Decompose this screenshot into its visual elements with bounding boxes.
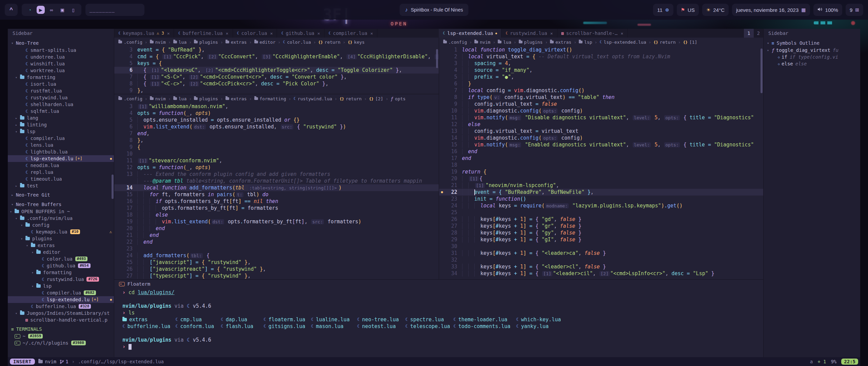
code-buffer-color-lua[interactable]: 3event = { "BufRead" },4cmd = { [1]"CccP… xyxy=(114,46,439,94)
tree-item[interactable]: ▾extras xyxy=(8,242,114,249)
weather-widget[interactable]: ☀ 24°C xyxy=(702,4,729,16)
code-line[interactable]: ---@param tbl table<string, conform.Form… xyxy=(114,178,439,184)
tree-item[interactable]: >_~#2859 xyxy=(8,333,114,340)
tabpage-1[interactable]: 1 xyxy=(744,29,753,38)
tree-item[interactable]: ☾repl.lua xyxy=(8,169,114,176)
scrollbar[interactable] xyxy=(436,49,438,68)
tab-lsp-extended.lua[interactable]: ☾lsp-extended.lua● xyxy=(439,29,501,38)
symbol-item[interactable]: ◇ifif type(config.vi xyxy=(764,54,860,60)
tree-item[interactable]: ☾github.lua#654 xyxy=(8,262,114,269)
breadcrumb-segment[interactable]: lsp xyxy=(579,40,592,45)
code-line[interactable]: 7 { [1]"<S-C>", [2]"<cmd>CccConvert<cr>"… xyxy=(114,74,439,80)
code-line[interactable]: 2 local virtual_text = { -- Default virt… xyxy=(439,53,764,60)
code-line[interactable]: 17end xyxy=(439,155,764,162)
code-line[interactable]: 14 local function add_formatters(tbl :ta… xyxy=(114,184,439,191)
breadcrumb-segment[interactable]: plugins xyxy=(194,96,218,101)
workspace-icon-1[interactable]: ◔ xyxy=(26,6,34,14)
code-line[interactable]: 1local function toggle_diag_virtext() xyxy=(439,46,764,53)
code-line[interactable]: 20 end xyxy=(114,225,439,232)
code-line[interactable]: 8}, xyxy=(114,137,439,144)
close-icon[interactable]: × xyxy=(226,31,229,36)
tab-scrollbar-handle-[interactable]: ▨scrollbar-handle-…× xyxy=(557,29,628,38)
tree-item[interactable]: ☾lsp-extended.lu[+]● xyxy=(8,296,114,303)
workspace-icon-4[interactable]: ▣ xyxy=(58,6,66,14)
tab-color.lua[interactable]: ☾color.lua× xyxy=(233,29,277,38)
code-line[interactable]: 9}, xyxy=(114,87,439,94)
code-line[interactable]: 16 end xyxy=(439,148,764,155)
code-line[interactable]: 28 keys[#keys + 1] = { "gy", false } xyxy=(439,229,764,236)
launcher-button[interactable]: ^ xyxy=(5,4,18,16)
breadcrumb-segment[interactable]: extras xyxy=(225,96,247,101)
code-line[interactable]: 24 local keys = require(modname: "lazyvi… xyxy=(439,202,764,209)
code-line[interactable]: 7 local config = vim.diagnostic.config() xyxy=(439,87,764,94)
workspace-switcher[interactable]: ◔▶∞▣▯ xyxy=(22,4,81,16)
tree-item[interactable]: ☾rustfmt.lua xyxy=(8,87,114,94)
breadcrumb-segment[interactable]: {}[2] xyxy=(369,96,383,101)
code-line[interactable]: 29 keys[#keys + 1] = { "gI", false } xyxy=(439,236,764,243)
code-line[interactable]: 19return { xyxy=(439,168,764,175)
code-line[interactable]: 11[1]"stevearc/conform.nvim", xyxy=(114,157,439,164)
workspace-icon-5[interactable]: ▯ xyxy=(69,6,77,14)
tab-keymaps.lua[interactable]: ☾keymaps.lua⚠ 3× xyxy=(114,29,174,38)
terminals-header[interactable]: ≡ TERMINALS xyxy=(8,325,114,333)
neotree-git-header[interactable]: ▸ Neo-Tree Git xyxy=(8,191,114,199)
symbol-item[interactable]: ◇elseelse xyxy=(764,60,860,67)
floaterm-panel[interactable]: >_ Floaterm › cd lua/plugins/nvim/lua/pl… xyxy=(114,279,763,357)
breadcrumb-segment[interactable]: nvim xyxy=(474,40,490,45)
tree-item[interactable]: ☾rustywind.lua xyxy=(8,94,114,101)
tree-item[interactable]: ☾sqlfmt.lua xyxy=(8,108,114,115)
code-line[interactable]: 18 xyxy=(439,162,764,168)
code-line[interactable]: 30 xyxy=(439,243,764,250)
symbol-item[interactable]: ▾ƒtoggle_diag_virtextfu xyxy=(764,47,860,54)
code-line[interactable]: 16 if opts.formatters_by_ft[ft] == nil t… xyxy=(114,198,439,205)
tree-item[interactable]: ☾worktree.lua xyxy=(8,67,114,74)
tree-item[interactable]: ☾timeout.lua xyxy=(8,176,114,182)
tree-item[interactable]: ☾lens.lua xyxy=(8,142,114,148)
tree-item[interactable]: ▾OPEN BUFFERS in ~ xyxy=(8,208,114,215)
code-line[interactable]: 9 config.virtual_text = false xyxy=(439,101,764,107)
music-widget[interactable]: ♪ Spiritbox - Rule Of Nines xyxy=(399,4,468,16)
breadcrumb-segment[interactable]: {}keys xyxy=(348,40,365,45)
code-line[interactable]: 26 keys[#keys + 1] = { "gd", false } xyxy=(439,216,764,223)
code-line[interactable]: 3[1]"williamboman/mason.nvim", xyxy=(114,103,439,110)
code-line[interactable]: 20 [1]{ xyxy=(439,175,764,182)
workspace-icon-2[interactable]: ▶ xyxy=(37,6,45,14)
tab-rustywind.lua[interactable]: ☾rustywind.lua× xyxy=(501,29,557,38)
topbar-input[interactable]: ________ xyxy=(85,4,144,16)
code-line[interactable]: 14 vim.diagnostic.config(opts: config) xyxy=(439,135,764,141)
code-line[interactable]: 3event = { "BufRead" }, xyxy=(114,46,439,53)
tree-item[interactable]: ▾formatting xyxy=(8,269,114,276)
tree-item[interactable]: ☾neodim.lua xyxy=(8,162,114,169)
tree-item[interactable]: ▾lsp xyxy=(8,283,114,289)
code-line[interactable]: 21 end xyxy=(114,232,439,239)
breadcrumb-segment[interactable]: {}return xyxy=(339,96,361,101)
tree-item[interactable]: ☾keymaps.lua#10⚠ xyxy=(8,228,114,235)
scrollbar[interactable] xyxy=(761,48,763,93)
code-line[interactable]: 8 { [1]"<C-c>", [2]"<cmd>CccPick<cr>", d… xyxy=(114,80,439,87)
breadcrumb-segment[interactable]: ƒopts xyxy=(391,96,406,101)
breadcrumb-segment[interactable]: {}return xyxy=(318,40,340,45)
updates-widget[interactable]: 11 ⊕ xyxy=(653,4,673,16)
breadcrumb-segment[interactable]: ☾color.lua xyxy=(283,40,311,45)
code-line[interactable]: 27 keys[#keys + 1] = { "gr", false } xyxy=(439,223,764,229)
code-line[interactable]: 26 ["javascriptreact"] = { "rustywind" }… xyxy=(114,266,439,272)
code-line[interactable]: 10 xyxy=(114,150,439,157)
window-count-widget[interactable]: 9 ⊞ xyxy=(846,4,863,16)
tree-item[interactable]: ▾config xyxy=(8,222,114,228)
breadcrumb-segment[interactable]: lua xyxy=(173,96,186,101)
code-line[interactable]: 22 end xyxy=(114,239,439,245)
tree-item[interactable]: ▾lsp xyxy=(8,128,114,135)
terminal-output[interactable]: › cd lua/plugins/nvim/lua/plugins via ☾ … xyxy=(114,288,763,350)
sidebar-scrollbar[interactable] xyxy=(112,175,114,199)
code-line[interactable]: 32 xyxy=(439,257,764,263)
code-line[interactable]: 10 vim.diagnostic.config(opts: config) xyxy=(439,107,764,114)
breadcrumb-segment[interactable]: ☾rustywind.lua xyxy=(294,96,332,101)
code-line[interactable]: 13 --- Extend the conform plugin config … xyxy=(114,171,439,178)
close-icon[interactable]: × xyxy=(317,31,320,36)
code-line[interactable]: 8 if type(v: config.virtual_text) == "ta… xyxy=(439,94,764,101)
code-line[interactable]: 27 ["typescript"] = { "rustywind" }, xyxy=(114,272,439,279)
neotree-header[interactable]: ▾ Neo-Tree xyxy=(8,39,114,47)
breadcrumb-segment[interactable]: .config xyxy=(118,96,142,101)
breadcrumb-segment[interactable]: extras xyxy=(550,40,571,45)
tree-item[interactable]: ▾formatting xyxy=(8,74,114,81)
